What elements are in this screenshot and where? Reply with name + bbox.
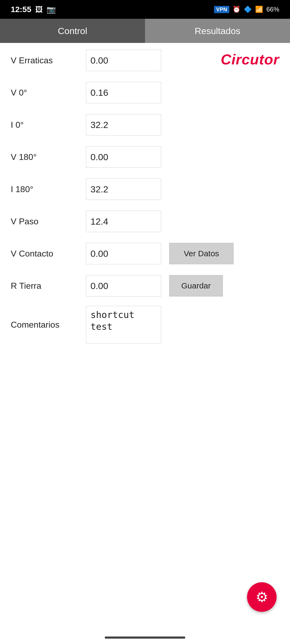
label-comentarios: Comentarios: [11, 320, 86, 330]
form-row-v-contacto: V Contacto Ver Datos: [11, 241, 279, 266]
form-row-i-180: I 180°: [11, 177, 279, 201]
circutor-text: Circutor: [221, 51, 279, 68]
bluetooth-icon: 🔷: [244, 6, 252, 13]
input-i-180[interactable]: [86, 178, 161, 200]
alarm-icon: ⏰: [233, 6, 241, 13]
circutor-logo: Circutor: [221, 51, 279, 68]
main-content: Circutor V Erraticas V 0° I 0° V 180° I …: [0, 43, 290, 357]
status-left: 12:55 🖼 📷: [11, 5, 56, 14]
status-time: 12:55: [11, 5, 31, 14]
tab-bar: Control Resultados: [0, 19, 290, 43]
label-v-erraticas: V Erraticas: [11, 56, 86, 65]
battery-icon: 66%: [266, 6, 279, 13]
vpn-badge: VPN: [214, 6, 229, 13]
form-row-v-0: V 0°: [11, 80, 279, 105]
notification-icon-1: 🖼: [35, 5, 43, 14]
form-row-v-180: V 180°: [11, 145, 279, 169]
input-v-contacto[interactable]: [86, 243, 161, 264]
input-comentarios[interactable]: shortcut test: [86, 306, 161, 343]
input-r-tierra[interactable]: [86, 275, 161, 297]
tab-resultados-label: Resultados: [195, 26, 240, 36]
signal-icon: 📶: [255, 6, 263, 13]
input-v-0[interactable]: [86, 82, 161, 103]
tab-resultados[interactable]: Resultados: [145, 19, 290, 43]
nav-bar: [105, 636, 185, 639]
gear-icon: ⚙: [256, 589, 268, 605]
form-row-comentarios: Comentarios shortcut test: [11, 306, 279, 343]
label-v-paso: V Paso: [11, 217, 86, 226]
input-v-erraticas[interactable]: [86, 50, 161, 71]
notification-icon-2: 📷: [46, 5, 56, 14]
form-row-i-0: I 0°: [11, 113, 279, 137]
input-v-paso[interactable]: [86, 211, 161, 232]
label-v-contacto: V Contacto: [11, 249, 86, 259]
tab-control[interactable]: Control: [0, 19, 145, 43]
ver-datos-button[interactable]: Ver Datos: [169, 243, 234, 264]
logo-area: Circutor: [221, 51, 279, 68]
input-i-0[interactable]: [86, 114, 161, 136]
status-icons: VPN ⏰ 🔷 📶 66%: [214, 6, 279, 13]
label-i-0: I 0°: [11, 120, 86, 130]
label-v-180: V 180°: [11, 152, 86, 162]
input-v-180[interactable]: [86, 146, 161, 168]
status-bar: 12:55 🖼 📷 VPN ⏰ 🔷 📶 66%: [0, 0, 290, 19]
guardar-button[interactable]: Guardar: [169, 275, 223, 297]
form-row-v-paso: V Paso: [11, 209, 279, 233]
label-v-0: V 0°: [11, 88, 86, 98]
label-i-180: I 180°: [11, 184, 86, 194]
settings-fab[interactable]: ⚙: [247, 582, 277, 612]
tab-control-label: Control: [58, 26, 87, 36]
label-r-tierra: R Tierra: [11, 281, 86, 291]
form-row-r-tierra: R Tierra Guardar: [11, 274, 279, 298]
